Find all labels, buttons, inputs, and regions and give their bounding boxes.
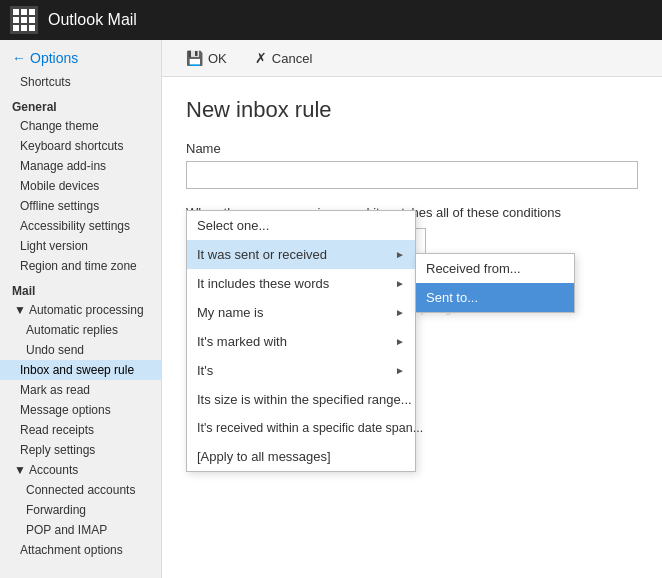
waffle-button[interactable] [10,6,38,34]
options-header[interactable]: ← Options [0,40,161,72]
submenu: Received from... Sent to... [415,253,575,313]
name-label: Name [186,141,638,156]
page-title: New inbox rule [186,97,638,123]
sidebar-item-accounts[interactable]: ▼ Accounts [0,460,161,480]
sidebar-item-manage-addins[interactable]: Manage add-ins [0,156,161,176]
ok-button[interactable]: 💾 OK [182,48,231,68]
toolbar: 💾 OK ✗ Cancel [162,40,662,77]
sidebar-item-region[interactable]: Region and time zone [0,256,161,276]
options-label: Options [30,50,78,66]
sidebar-item-light-version[interactable]: Light version [0,236,161,256]
general-section-header: General [0,94,161,116]
sidebar-item-change-theme[interactable]: Change theme [0,116,161,136]
sidebar: ← Options Shortcuts General Change theme… [0,40,162,578]
sidebar-item-offline-settings[interactable]: Offline settings [0,196,161,216]
dropdown-item-7[interactable]: It's received within a specific date spa… [187,414,415,442]
sidebar-item-auto-processing[interactable]: ▼ Automatic processing [0,300,161,320]
sidebar-item-mark-as-read[interactable]: Mark as read [0,380,161,400]
dropdown-item-3[interactable]: My name is ► [187,298,415,327]
chevron-right-icon4: ► [395,336,405,347]
dropdown-menu: Select one... It was sent or received ► … [186,210,416,472]
cancel-button[interactable]: ✗ Cancel [251,48,316,68]
sidebar-item-accessibility[interactable]: Accessibility settings [0,216,161,236]
sidebar-item-message-options[interactable]: Message options [0,400,161,420]
dropdown-item-8[interactable]: [Apply to all messages] [187,442,415,471]
chevron-right-icon2: ► [395,278,405,289]
main-content: 💾 OK ✗ Cancel New inbox rule Name When t… [162,40,662,578]
sidebar-item-attachment-options[interactable]: Attachment options [0,540,161,560]
sidebar-item-pop-imap[interactable]: POP and IMAP [0,520,161,540]
sidebar-item-inbox-sweep[interactable]: Inbox and sweep rule [0,360,161,380]
dropdown-item-4[interactable]: It's marked with ► [187,327,415,356]
mail-section-header: Mail [0,278,161,300]
arrow-down-icon2: ▼ [14,463,26,477]
content-area: New inbox rule Name When the message arr… [162,77,662,278]
submenu-item-1[interactable]: Sent to... [416,283,574,312]
sidebar-item-forwarding[interactable]: Forwarding [0,500,161,520]
arrow-down-icon: ▼ [14,303,26,317]
dropdown-item-1[interactable]: It was sent or received ► [187,240,415,269]
dropdown-item-0[interactable]: Select one... [187,211,415,240]
close-icon: ✗ [255,50,267,66]
app-title: Outlook Mail [48,11,137,29]
sidebar-item-keyboard-shortcuts[interactable]: Keyboard shortcuts [0,136,161,156]
chevron-right-icon: ► [395,249,405,260]
dropdown-item-5[interactable]: It's ► [187,356,415,385]
sidebar-item-reply-settings[interactable]: Reply settings [0,440,161,460]
chevron-right-icon3: ► [395,307,405,318]
topbar: Outlook Mail [0,0,662,40]
dropdown-item-6[interactable]: Its size is within the specified range..… [187,385,415,414]
submenu-item-0[interactable]: Received from... [416,254,574,283]
sidebar-item-shortcuts[interactable]: Shortcuts [0,72,161,92]
name-input[interactable] [186,161,638,189]
sidebar-item-connected-accounts[interactable]: Connected accounts [0,480,161,500]
save-icon: 💾 [186,50,203,66]
dropdown-item-2[interactable]: It includes these words ► [187,269,415,298]
sidebar-item-undo-send[interactable]: Undo send [0,340,161,360]
sidebar-item-auto-replies[interactable]: Automatic replies [0,320,161,340]
sidebar-item-read-receipts[interactable]: Read receipts [0,420,161,440]
arrow-left-icon: ← [12,50,26,66]
sidebar-item-mobile-devices[interactable]: Mobile devices [0,176,161,196]
chevron-right-icon5: ► [395,365,405,376]
